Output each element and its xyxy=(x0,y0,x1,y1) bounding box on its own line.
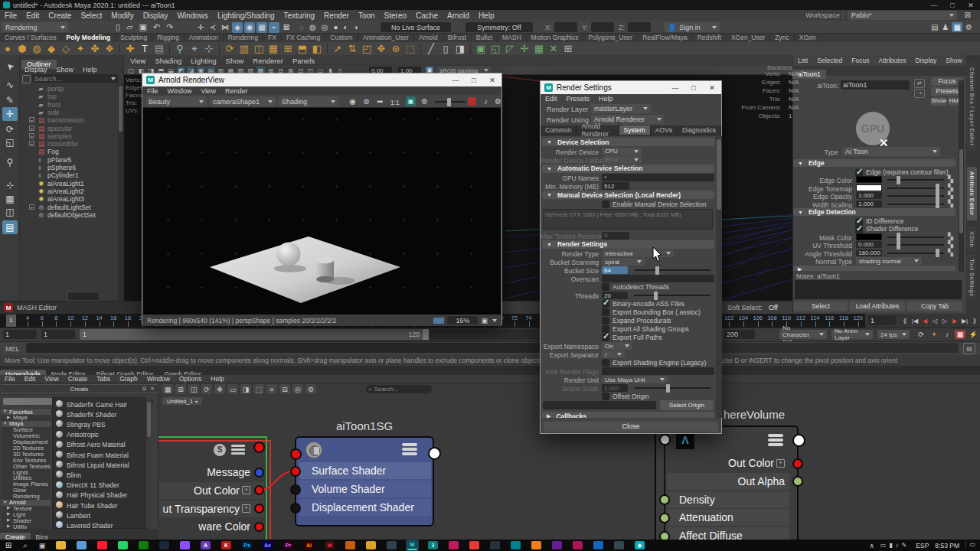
live-surface-field[interactable]: No Live Surface xyxy=(381,22,451,32)
render-image[interactable]: ++++++++++++++++++++++++++++++++++++++++… xyxy=(143,108,501,315)
node-menu-icon[interactable] xyxy=(402,443,417,455)
taskbar-app-icon[interactable]: ◆ xyxy=(635,541,645,549)
shelf-tab-rigging[interactable]: Rigging xyxy=(152,34,185,42)
rs-field-kick-render-flags[interactable] xyxy=(602,367,714,375)
node-attr-ut-transparency[interactable]: ut Transparency+ xyxy=(158,500,250,517)
shelf-item-icon[interactable]: ◨ xyxy=(454,43,466,54)
close-dialog-button[interactable]: Close xyxy=(544,422,718,432)
rs-dropdown-render-device[interactable]: CPU xyxy=(602,148,642,155)
notification-center-icon[interactable]: ▭ xyxy=(965,541,975,549)
ae-checkbox-edge-requires-contour-filter-[interactable] xyxy=(855,169,863,177)
node-aiatmospherevolume[interactable]: Λ Out Color+Out AlphaDensityAttenuationA… xyxy=(655,425,799,551)
playback-button[interactable]: ▷ xyxy=(940,315,949,326)
rs-dropdown-export-namespace[interactable]: On xyxy=(602,342,632,350)
hypershade-toolbar-icon[interactable]: ⊟ xyxy=(279,384,290,394)
current-time-field[interactable]: 1 xyxy=(868,315,896,325)
ae-type-selector[interactable]: Ai Toon xyxy=(842,147,940,156)
shelf-tab-redshift[interactable]: Redshift xyxy=(693,34,727,42)
menu-item-help[interactable]: Help xyxy=(474,11,499,20)
shelf-item-icon[interactable]: ⊹ xyxy=(203,43,215,54)
outliner-item-side[interactable]: side xyxy=(47,109,60,116)
shelf-item-icon[interactable]: ◰ xyxy=(361,43,373,54)
ae-section-edge[interactable]: ▼Edge xyxy=(793,159,956,167)
anim-layer-selector[interactable]: No Anim Layer xyxy=(831,330,873,339)
fps-selector[interactable]: 24 fps xyxy=(877,330,910,339)
shelf-item-icon[interactable]: ⚲ xyxy=(174,43,186,54)
ae-map-button-uv-threshold[interactable]: ▚ xyxy=(948,240,956,248)
snapshot-icon[interactable]: ◉ xyxy=(348,96,358,106)
taskbar-app-icon[interactable] xyxy=(449,541,459,549)
menu-item-focus[interactable]: Focus xyxy=(847,57,874,64)
material-list-scrollbar[interactable] xyxy=(146,397,152,529)
taskbar-app-icon[interactable] xyxy=(614,541,624,549)
menu-item-renderer[interactable]: Renderer xyxy=(248,57,288,65)
shelf-tab-mash[interactable]: MASH xyxy=(498,34,527,42)
rs-tab-common[interactable]: Common xyxy=(541,126,577,135)
rs-section-callbacks[interactable]: ▶Callbacks xyxy=(542,412,714,418)
rs-tab-aovs[interactable]: AOVs xyxy=(651,126,678,135)
pivot-tool[interactable]: ⊹ xyxy=(2,178,18,192)
menu-item-display[interactable]: Display xyxy=(139,11,173,20)
menu-item-arnold[interactable]: Arnold xyxy=(443,11,474,20)
menu-item-lighting-shading[interactable]: Lighting/Shading xyxy=(213,11,279,20)
playback-button[interactable]: ⟪ xyxy=(900,315,910,326)
ae-checkbox-shader-difference[interactable] xyxy=(855,226,863,233)
sidebar-tab-attribute-editor[interactable]: Attribute Editor xyxy=(967,167,977,220)
rs-field-bucket-size[interactable]: 64 xyxy=(602,266,628,274)
ae-slider-edge-tonemap[interactable] xyxy=(887,187,944,189)
viewport-toolbar-icon[interactable]: ▢ xyxy=(127,67,136,74)
shelf-item-icon[interactable]: ▯ xyxy=(439,43,452,54)
ae-slider-angle-threshold[interactable] xyxy=(887,253,944,254)
taskbar-app-icon[interactable]: Ae xyxy=(263,541,273,549)
node-attr-out-color[interactable]: Out Color+ xyxy=(158,482,250,499)
playback-button[interactable]: ▶ xyxy=(950,315,959,326)
node-port[interactable] xyxy=(290,466,301,477)
taskbar-app-icon[interactable]: M xyxy=(407,540,417,550)
menu-item-display[interactable]: Display xyxy=(910,57,941,64)
shelf-item-icon[interactable]: ▤ xyxy=(153,43,165,54)
ae-scrollbar[interactable] xyxy=(959,80,964,272)
shelf-item-icon[interactable]: ● xyxy=(2,43,14,54)
outliner-item-psphere6[interactable]: pSphere6 xyxy=(47,164,76,171)
rs-section-automatic-device-selection[interactable]: ▼Automatic Device Selection xyxy=(542,165,714,173)
rs-checkbox-binary-encode-ass-files[interactable] xyxy=(602,300,609,308)
close-button[interactable]: ✕ xyxy=(962,0,980,10)
ae-dropdown-normal-type[interactable]: shading normal xyxy=(856,257,922,265)
shelf-item-icon[interactable]: ◇ xyxy=(60,43,72,54)
shelf-item-icon[interactable]: ⟳ xyxy=(224,43,236,54)
node-aitoon1sg[interactable]: Surface ShaderVolume ShaderDisplacement … xyxy=(295,436,434,527)
renderview-titlebar[interactable]: M Arnold RenderView — □ ✕ xyxy=(142,73,501,86)
script-editor-icon[interactable]: ▤ xyxy=(963,343,975,354)
snap-icon[interactable]: ✛ xyxy=(195,22,206,33)
ipr-icon[interactable]: ⊚ xyxy=(361,96,371,106)
menu-item-options[interactable]: Options xyxy=(175,375,206,383)
rs-checkbox-enable-manual-device-selection[interactable] xyxy=(602,201,609,208)
workspace-lock-icon[interactable]: ⊠ xyxy=(965,11,971,19)
ae-field-edge-opacity[interactable]: 1.000 xyxy=(856,192,882,199)
shelf-item-icon[interactable]: ◧ xyxy=(311,43,323,54)
snap-icon[interactable]: ⊠ xyxy=(281,22,292,33)
menu-item-tabs[interactable]: Tabs xyxy=(92,375,115,383)
rs-checkbox-export-full-paths[interactable] xyxy=(602,334,609,341)
outliner-item-motionblur[interactable]: motionBlur xyxy=(47,140,79,148)
shelf-tab-curves-surfaces[interactable]: Curves / Surfaces xyxy=(0,34,62,42)
menu-item-file[interactable]: File xyxy=(0,11,21,20)
node-attr-attenuation[interactable]: Attenuation xyxy=(679,509,733,526)
shelf-tab-zync[interactable]: Zync xyxy=(770,34,794,42)
outliner-item-aiarealight3[interactable]: aiAreaLight3 xyxy=(47,195,84,203)
hypershade-toolbar-icon[interactable]: ⊞ xyxy=(175,384,186,394)
taskbar-app-icon[interactable]: A xyxy=(201,541,211,549)
hypershade-toolbar-icon[interactable]: ▦ xyxy=(162,384,173,394)
ae-map-button-mask-color[interactable]: ▚ xyxy=(948,233,956,240)
playback-start-field[interactable]: 1 xyxy=(41,330,75,339)
tree-arrow[interactable]: ▶ xyxy=(7,415,10,419)
expand-port-button[interactable]: + xyxy=(242,504,250,513)
menu-item-show[interactable]: Show xyxy=(221,57,249,65)
snap-icon[interactable]: ◉ xyxy=(244,22,255,33)
material-item-layered-shader[interactable]: Layered Shader xyxy=(67,522,113,529)
material-item-directx-11-shader[interactable]: DirectX 11 Shader xyxy=(67,481,119,489)
ae-color-swatch-mask-color[interactable] xyxy=(856,233,882,240)
menu-item-panels[interactable]: Panels xyxy=(288,57,319,65)
menu-item-render[interactable]: Render xyxy=(319,11,354,20)
shelf-item-icon[interactable]: ╱ xyxy=(425,43,437,54)
